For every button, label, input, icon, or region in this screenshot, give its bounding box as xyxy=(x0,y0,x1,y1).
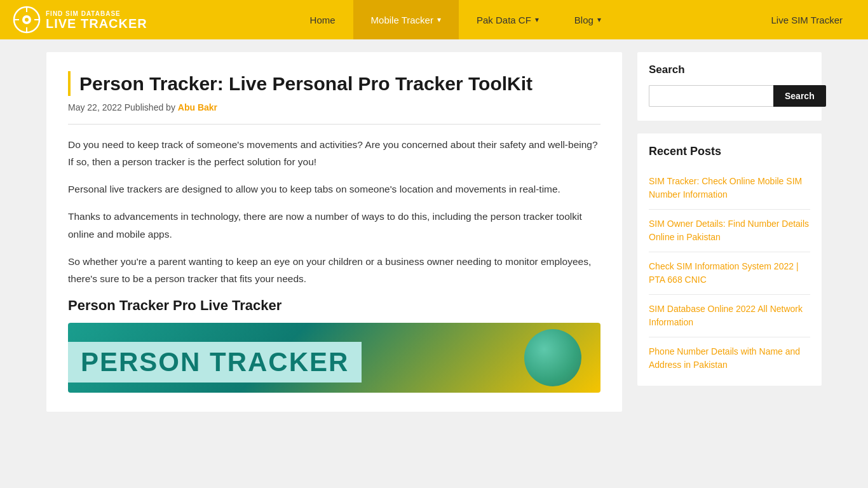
logo-top-text: FIND SIM DATABASE xyxy=(46,10,147,17)
image-overlay-text: PERSON TRACKER xyxy=(68,342,362,383)
chevron-down-icon: ▾ xyxy=(437,15,441,24)
logo-area[interactable]: FIND SIM DATABASE LIVE TRACKER xyxy=(13,6,153,34)
nav-home[interactable]: Home xyxy=(292,0,353,39)
article-paragraph-1: Do you need to keep track of someone's m… xyxy=(68,136,600,170)
svg-point-2 xyxy=(25,18,29,22)
article-paragraph-4: So whether you're a parent wanting to ke… xyxy=(68,253,600,287)
site-header: FIND SIM DATABASE LIVE TRACKER Home Mobi… xyxy=(0,0,868,39)
recent-post-link-2[interactable]: SIM Owner Details: Find Number Details O… xyxy=(649,219,809,242)
article-meta: May 22, 2022 Published by Abu Bakr xyxy=(68,102,600,112)
article-paragraph-3: Thanks to advancements in technology, th… xyxy=(68,208,600,242)
nav-pak-data[interactable]: Pak Data CF ▾ xyxy=(459,0,557,39)
page-container: Person Tracker: Live Personal Pro Tracke… xyxy=(34,39,834,424)
logo-text-area: FIND SIM DATABASE LIVE TRACKER xyxy=(46,10,147,30)
recent-post-link-1[interactable]: SIM Tracker: Check Online Mobile SIM Num… xyxy=(649,176,802,200)
article-image: PERSON TRACKER xyxy=(68,323,600,393)
list-item: SIM Tracker: Check Online Mobile SIM Num… xyxy=(649,167,810,210)
sidebar: Search Search Recent Posts SIM Tracker: … xyxy=(637,52,822,412)
main-nav: Home Mobile Tracker ▾ Pak Data CF ▾ Blog… xyxy=(153,0,758,39)
search-input-row: Search xyxy=(649,85,810,107)
image-globe-decoration xyxy=(524,329,581,386)
logo-bottom-text: LIVE TRACKER xyxy=(46,17,147,30)
search-widget: Search Search xyxy=(637,52,822,121)
list-item: Phone Number Details with Name and Addre… xyxy=(649,337,810,379)
article-title: Person Tracker: Live Personal Pro Tracke… xyxy=(68,71,600,96)
recent-post-link-4[interactable]: SIM Database Online 2022 All Network Inf… xyxy=(649,304,803,327)
nav-live-sim-tracker[interactable]: Live SIM Tracker xyxy=(758,0,855,39)
main-content: Person Tracker: Live Personal Pro Tracke… xyxy=(46,52,622,412)
search-widget-title: Search xyxy=(649,64,810,76)
recent-post-link-3[interactable]: Check SIM Information System 2022 | PTA … xyxy=(649,261,799,285)
nav-mobile-tracker[interactable]: Mobile Tracker ▾ xyxy=(353,0,459,39)
recent-posts-title: Recent Posts xyxy=(649,145,810,158)
chevron-down-icon: ▾ xyxy=(535,15,539,24)
search-button[interactable]: Search xyxy=(773,85,826,107)
list-item: SIM Database Online 2022 All Network Inf… xyxy=(649,295,810,337)
logo-icon xyxy=(13,6,41,34)
article-paragraph-2: Personal live trackers are designed to a… xyxy=(68,180,600,198)
article-author[interactable]: Abu Bakr xyxy=(178,102,217,112)
divider xyxy=(68,124,600,125)
list-item: Check SIM Information System 2022 | PTA … xyxy=(649,252,810,295)
list-item: SIM Owner Details: Find Number Details O… xyxy=(649,210,810,252)
recent-posts-widget: Recent Posts SIM Tracker: Check Online M… xyxy=(637,133,822,386)
chevron-down-icon: ▾ xyxy=(597,15,601,24)
search-input[interactable] xyxy=(649,85,773,107)
nav-blog[interactable]: Blog ▾ xyxy=(557,0,619,39)
section-heading: Person Tracker Pro Live Tracker xyxy=(68,297,600,314)
recent-post-link-5[interactable]: Phone Number Details with Name and Addre… xyxy=(649,346,800,370)
